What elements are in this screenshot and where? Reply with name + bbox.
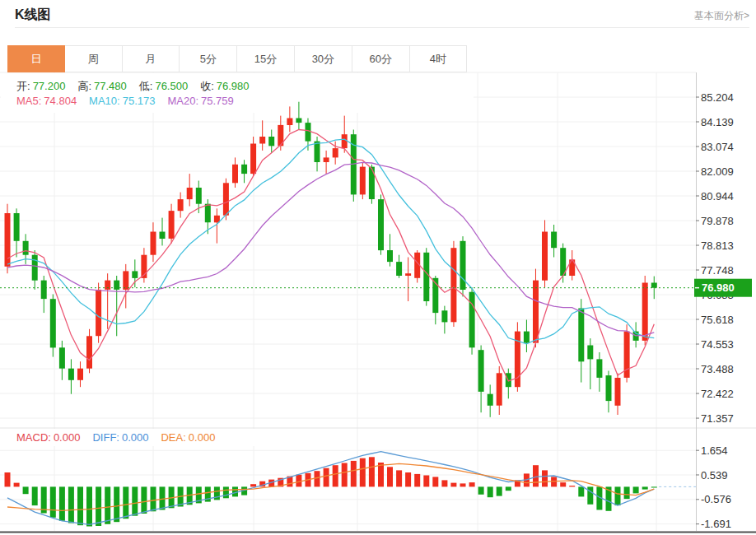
- candle-body: [551, 232, 557, 249]
- y-axis-label: -1.691: [701, 518, 731, 530]
- macd-bar: [615, 486, 621, 505]
- candle-body: [178, 199, 184, 211]
- candle-body: [169, 211, 175, 239]
- candle-body: [369, 167, 375, 199]
- ma-readout: MA5:74.804MA10:75.173MA20:75.759: [16, 95, 246, 107]
- candle-body: [488, 394, 493, 406]
- macd-readout-item-1: DIFF:0.000: [92, 431, 148, 444]
- macd-bar: [396, 470, 402, 486]
- ohlc-readout-item-3: 收:76.980: [200, 80, 249, 92]
- candle-body: [441, 310, 447, 322]
- candle-body: [387, 250, 393, 262]
- candle-body: [41, 281, 47, 300]
- y-axis-label: 72.422: [701, 388, 734, 400]
- tab-period-0[interactable]: 日: [7, 45, 65, 72]
- ma-readout-item-1: MA10:75.173: [89, 95, 155, 107]
- macd-bar: [423, 476, 429, 487]
- candle-body: [423, 253, 429, 301]
- macd-bar: [5, 472, 11, 486]
- macd-bar: [296, 475, 301, 487]
- header-divider: [15, 27, 749, 28]
- candle-body: [296, 119, 301, 123]
- tab-period-7[interactable]: 4时: [410, 45, 468, 72]
- macd-bar: [450, 483, 456, 487]
- macd-bar: [123, 486, 128, 519]
- candle-body: [32, 255, 38, 281]
- y-axis-label: 71.357: [701, 412, 734, 425]
- macd-bar: [351, 461, 357, 487]
- macd-bar: [387, 467, 393, 486]
- macd-bar: [151, 486, 156, 511]
- macd-bar: [14, 483, 20, 487]
- macd-bar: [506, 486, 511, 491]
- y-axis-label: 77.748: [701, 264, 734, 277]
- macd-bar: [642, 486, 648, 489]
- candle-body: [478, 350, 484, 392]
- macd-bar: [114, 486, 119, 522]
- tab-period-4[interactable]: 15分: [237, 45, 295, 72]
- candle-body: [606, 375, 612, 401]
- y-axis-label: 82.009: [701, 165, 734, 178]
- macd-bar: [214, 486, 220, 500]
- candle-body: [578, 309, 584, 362]
- tab-period-1[interactable]: 周: [65, 45, 123, 72]
- candle-body: [59, 347, 65, 368]
- tab-period-3[interactable]: 5分: [180, 45, 237, 72]
- candle-body: [268, 137, 274, 146]
- macd-bar: [651, 486, 657, 487]
- macd-bar: [77, 486, 83, 525]
- bottom-axis-border: [0, 532, 756, 533]
- macd-bar: [633, 486, 639, 493]
- candle-body: [259, 137, 265, 144]
- candle-body: [306, 123, 311, 142]
- macd-bar: [414, 474, 420, 487]
- candle-body: [378, 199, 384, 250]
- macd-bar: [132, 486, 138, 515]
- candle-body: [333, 148, 338, 157]
- macd-bar: [141, 486, 147, 514]
- macd-bar: [560, 482, 566, 486]
- tab-period-6[interactable]: 60分: [352, 45, 410, 72]
- y-axis-label: 78.813: [701, 240, 734, 252]
- macd-bar: [542, 470, 548, 486]
- y-axis-label: 74.553: [701, 338, 734, 351]
- candle-body: [360, 167, 366, 195]
- y-axis-label: 83.074: [701, 141, 734, 153]
- page-title: K线图: [15, 7, 51, 24]
- candle-body: [205, 204, 211, 223]
- candle-body: [14, 213, 20, 241]
- macd-bar: [324, 468, 329, 487]
- candle-body: [287, 119, 292, 126]
- candle-body: [587, 346, 593, 360]
- candle-body: [469, 292, 475, 348]
- candle-body: [86, 336, 92, 368]
- y-axis-label: 79.878: [701, 215, 734, 227]
- candle-body: [524, 332, 530, 343]
- candle-body: [50, 299, 56, 347]
- period-tab-bar: 日周月5分15分30分60分4时: [7, 45, 467, 72]
- candle-body: [151, 232, 156, 255]
- fundamental-analysis-link[interactable]: 基本面分析>: [694, 9, 749, 23]
- candle-body: [160, 232, 166, 240]
- macd-bar: [478, 486, 484, 494]
- macd-bar: [32, 486, 38, 505]
- macd-bar: [250, 484, 256, 486]
- tab-period-5[interactable]: 30分: [295, 45, 352, 72]
- y-axis-label: 0.539: [701, 469, 728, 482]
- candle-body: [23, 241, 29, 255]
- candle-body: [114, 281, 119, 290]
- y-axis-label: -0.576: [701, 493, 731, 505]
- candle-body: [123, 271, 128, 290]
- candle-body: [497, 373, 502, 405]
- macd-bar: [432, 477, 438, 486]
- tab-period-2[interactable]: 月: [123, 45, 180, 72]
- ohlc-readout-item-1: 高:77.480: [77, 80, 126, 92]
- macd-bar: [86, 486, 92, 526]
- candle-body: [250, 144, 256, 174]
- candle-body: [533, 281, 539, 343]
- y-axis-label: 84.139: [701, 116, 734, 128]
- y-axis-label: 1.654: [701, 444, 728, 457]
- macd-bar: [378, 463, 384, 486]
- macd-bar: [441, 480, 447, 486]
- macd-bar: [333, 465, 338, 486]
